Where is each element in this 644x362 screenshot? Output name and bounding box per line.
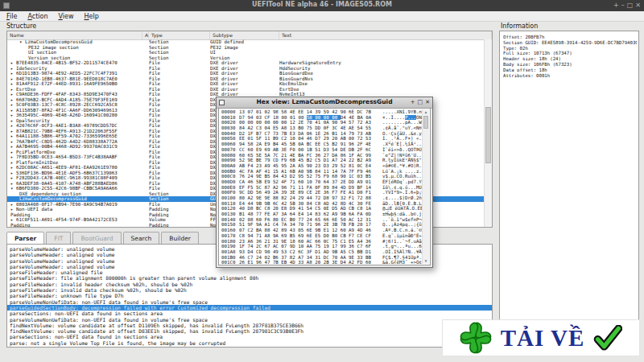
hex-row[interactable]: 0012040 D8 BC C8 20 E8 D9 41 54 C5 0E D5…: [221, 206, 422, 212]
hex-row[interactable]: 00170C8 94 71 A8 9A 69 B5 69 6E E5 D0 B0…: [221, 233, 422, 239]
hex-byte[interactable]: 50: [307, 115, 315, 120]
dialog-maximize-button[interactable]: □: [418, 99, 423, 106]
hex-row[interactable]: 00070CC 60 E9 69 AB 3E F0 00 1B 51 D3 54…: [221, 147, 422, 153]
hex-bytes: 1F 74 2C 67 AC 07 9D 10 AA 75 19 17 99 3…: [239, 244, 382, 249]
hex-byte[interactable]: 4E: [349, 115, 357, 120]
dialog-shade-button[interactable]: +: [411, 99, 415, 106]
hex-ascii: @ؼÈ èÙATÅ.Õ.ËÈ.: [382, 206, 422, 212]
minimize-button[interactable]: –: [621, 2, 625, 10]
log-line[interactable]: parseGuidedSectionBody: decompression fa…: [7, 305, 492, 311]
log-line[interactable]: parseVolumeNonUefiData: non-UEFI data fo…: [10, 299, 492, 305]
hex-dialog-titlebar[interactable]: Hex view: LzmaCustomDecompressGuid +□✕: [217, 97, 432, 109]
hex-byte[interactable]: 00: [298, 115, 306, 120]
hex-address: 00080: [221, 153, 239, 158]
hex-byte[interactable]: CF: [264, 115, 272, 120]
hex-ascii: î._.¹Â..F×) «.rS: [382, 136, 422, 142]
hex-row[interactable]: 00130B1 48 77 FE A7 3A 64 E4 14 83 62 A9…: [221, 212, 422, 217]
menu-action[interactable]: Action: [27, 13, 47, 20]
hex-row[interactable]: 0003084 A2 C3 04 E5 A8 13 B0 75 DD 0F 3C…: [221, 125, 422, 131]
dialog-close-button[interactable]: ✕: [425, 99, 430, 106]
tab-parser[interactable]: Parser: [6, 232, 44, 244]
log-line[interactable]: parseSections: non-UEFI data found in se…: [10, 311, 492, 316]
hex-address: 001C0: [221, 260, 239, 264]
tree-scrollbar[interactable]: [484, 39, 492, 227]
menu-view[interactable]: View: [58, 13, 73, 20]
hex-row[interactable]: 0014002 08 60 F6 80 EC B0 77 24 65 66 6E…: [221, 217, 422, 223]
hex-row[interactable]: 000A0AB F4 23 A9 45 95 2A A5 90 23 D3 29…: [221, 163, 422, 169]
hex-row[interactable]: 000B04C FA AF 41 15 A1 6B A0 9B 84 11 14…: [221, 169, 422, 175]
hex-byte[interactable]: 18: [273, 115, 281, 120]
hex-address: 00190: [221, 244, 239, 249]
log-line[interactable]: parse: not a single Volume Top File is f…: [10, 340, 492, 346]
hex-row[interactable]: 00110E4 44 9B 9B 6C 42 5B 30 84 C8 AD 42…: [221, 201, 422, 207]
hex-row[interactable]: 000E0EF F5 5C 87 A2 96 71 11 FA 0F 89 84…: [221, 185, 422, 191]
hex-address: 000C0: [221, 174, 239, 179]
hex-byte[interactable]: 94: [247, 115, 255, 120]
hex-row[interactable]: 00040D2 1F B7 C7 73 7B E3 DA 06 1E 26 B1…: [221, 131, 422, 137]
hex-row[interactable]: 000C076 24 9E B5 84 43 D2 95 52 75 F9 68…: [221, 174, 422, 179]
hex-row[interactable]: 0002000 00 00 00 00 00 12 2E 70 41 0A 90…: [221, 120, 422, 125]
hex-scrollbar-thumb[interactable]: [423, 116, 428, 129]
log-line[interactable]: parseFileHeader: invalid header checksum…: [10, 282, 492, 287]
hex-address: 001A0: [221, 249, 239, 255]
dialog-controls: +□✕: [411, 97, 430, 108]
hex-scrollbar[interactable]: ▴ ▾: [422, 109, 429, 264]
shade-button[interactable]: +: [613, 2, 619, 10]
hex-row[interactable]: 0018023 A6 36 21 31 9E 18 60 AC 66 0C 75…: [221, 239, 422, 245]
hex-byte[interactable]: 00: [332, 115, 340, 120]
log-line[interactable]: parseFileHeader: invalid data checksum %…: [10, 287, 492, 293]
hex-byte[interactable]: D4: [341, 115, 349, 120]
window-titlebar: UEFITool NE alpha 46 - IMAGES05.ROM +–□✕: [0, 0, 644, 11]
hex-row[interactable]: 001B046 C7 24 02 B6 37 82 A7 34 31 DC 70…: [221, 255, 422, 261]
hex-row[interactable]: 0016007 C2 BA 88 42 89 43 05 6E 9B E1 12…: [221, 228, 422, 233]
hex-row[interactable]: 0009052 9E BE 79 CD F9 6B 45 B2 C5 D1 A7…: [221, 158, 422, 163]
hex-row[interactable]: 0008060 65 5E 5A 7C 21 4E BA FC 36 27 DA…: [221, 153, 422, 158]
hex-byte[interactable]: 00: [324, 115, 332, 120]
hex-row[interactable]: 001A093 D4 CD 90 49 53 C2 6C 3F D1 AD 9B…: [221, 249, 422, 255]
hex-byte[interactable]: 0A: [365, 115, 371, 120]
tab-search[interactable]: Search: [123, 232, 160, 244]
log-line[interactable]: parseVolumeNonUefiData: non-UEFI data fo…: [10, 317, 492, 323]
hex-ascii: «ô#©E.*¥.#Ó)R..ä: [382, 163, 422, 169]
hex-row[interactable]: 001901F 74 2C 67 AC 07 9D 10 AA 75 19 17…: [221, 244, 422, 249]
scroll-down-icon[interactable]: ▾: [423, 258, 429, 264]
hex-byte[interactable]: D7: [239, 115, 247, 120]
download-banner[interactable]: TẢI VỀ: [442, 319, 640, 356]
hex-bytes: 13 07 01 02 98 58 4E EE 14 39 59 42 90 6…: [239, 109, 382, 115]
hex-row[interactable]: 000F09C DD 56 49 2A 39 3E 89 CE 2E 36 F7…: [221, 190, 422, 195]
hex-row[interactable]: 001C026 E1 96 47 7B EB 4D 33 A8 20 2B 3E…: [221, 260, 422, 264]
hex-byte[interactable]: BA: [357, 115, 365, 120]
close-button[interactable]: ✕: [635, 2, 641, 10]
menu-help[interactable]: Help: [84, 13, 98, 20]
hex-byte[interactable]: 00: [281, 115, 289, 120]
tree-scrollbar-thumb[interactable]: [485, 107, 491, 163]
hex-row[interactable]: 000D0CA 46 5B E9 52 4F 71 60 10 70 64 37…: [221, 179, 422, 185]
scroll-up-icon[interactable]: ▴: [423, 109, 429, 115]
log-line[interactable]: parseSections: non-UEFI data found in se…: [10, 334, 492, 339]
hex-byte[interactable]: 01: [290, 115, 298, 120]
log-line[interactable]: parseFileHeader: unaligned file: [10, 269, 492, 275]
tab-builder[interactable]: Builder: [161, 232, 199, 244]
maximize-button[interactable]: □: [627, 2, 634, 10]
hex-row[interactable]: 00010D7 94 03 CF 18 00 01 00 50 00 00 00…: [221, 115, 422, 121]
log-line[interactable]: findNextVolume: volume candidate at offs…: [10, 328, 492, 334]
hex-ascii: .Âº.B.C.n.á.`©MF: [382, 228, 422, 233]
log-line[interactable]: parseFileHeader: unknown file type D7h: [10, 293, 492, 298]
hex-byte[interactable]: 03: [256, 115, 264, 120]
hex-address: 00030: [221, 125, 239, 131]
log-line[interactable]: findNextVolume: volume candidate at offs…: [10, 323, 492, 328]
log-line[interactable]: parseFileHeader: file alignment 800000h …: [10, 275, 492, 281]
hex-row[interactable]: 0006094 58 2A E9 B4 45 5B 0A BC EE C5 B2…: [221, 142, 422, 147]
info-line: Section GUID: EE4E5898-3914-4259-9D6E-DC…: [503, 40, 637, 46]
hex-row[interactable]: 0010080 A2 9E 9E 88 82 24 29 44 72 D8 97…: [221, 195, 422, 201]
message-tabs: ParserFITBootGuardSearchBuilder: [6, 232, 200, 244]
hex-ascii: .ÝVI*9>.Î.6÷þ¡Ðñ: [382, 190, 422, 195]
download-label[interactable]: TẢI VỀ: [501, 322, 585, 354]
hex-row[interactable]: 00050EE 01 5F 11 B9 C2 10 04 46 D7 29 20…: [221, 136, 422, 142]
hex-byte[interactable]: 00: [315, 115, 323, 120]
hex-bytes: 94 58 2A E9 B4 45 5B 0A BC EE C5 B2 91 9…: [239, 142, 382, 147]
ascii-char: P: [405, 115, 408, 120]
hex-row[interactable]: 0000013 07 01 02 98 58 4E EE 14 39 59 42…: [221, 109, 422, 115]
menu-file[interactable]: File: [6, 13, 17, 20]
hex-row[interactable]: 0015051 9F 9A A1 C4 7A 34 70 71 96 2E 3B…: [221, 222, 422, 228]
